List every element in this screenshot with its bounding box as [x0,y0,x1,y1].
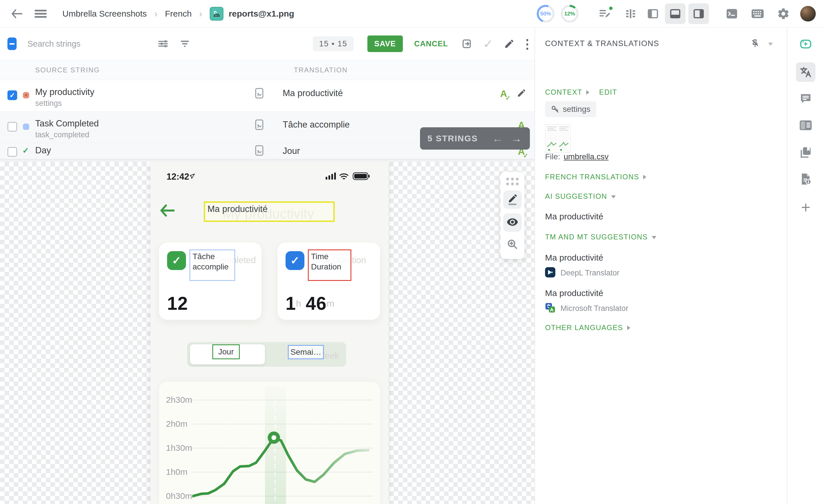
prev-string-icon[interactable]: ← [492,132,504,145]
avatar[interactable] [800,6,816,22]
panel-rail: + [787,27,824,504]
gear-icon[interactable] [774,5,793,23]
select-all-checkbox[interactable] [7,37,17,50]
filter-settings-icon[interactable] [154,35,172,53]
zoom-in-icon[interactable] [504,236,520,252]
breadcrumb-file[interactable]: reports@x1.png [229,9,294,19]
kebab-menu-icon[interactable]: ⋮ [520,35,534,53]
title-annotation-box[interactable]: Ma productivité [204,201,335,222]
save-button[interactable]: SAVE [368,35,403,52]
progress-ring-total[interactable]: 50% [537,5,554,23]
screenshot-attached-icon[interactable] [254,119,265,131]
status-icons [326,172,376,182]
tasks-label-annotation-box[interactable]: Tâche accomplie [189,249,235,281]
screenshot-attached-icon[interactable] [254,145,265,157]
segment-day-annotation-box[interactable]: Jour [212,344,240,359]
edit-pencil-icon[interactable] [501,35,518,53]
segmented-control: Day Jour Week Semai… [187,342,346,367]
source-string[interactable]: Task Completed [35,118,99,129]
unpin-icon[interactable] [748,36,762,51]
strings-count-tooltip: 5 STRINGS ← → [420,127,530,149]
tab-details-icon[interactable] [796,116,815,135]
tab-glossary-icon[interactable] [796,142,815,162]
tasks-card: ✓ Task Completed Tâche accomplie 12 [159,242,262,320]
source-string[interactable]: My productivity [35,87,94,97]
translation-text[interactable]: Jour [283,146,300,156]
menu-icon[interactable] [33,6,48,22]
section-french-translations[interactable]: FRENCH TRANSLATIONS [545,173,646,181]
tm-suggestion-text[interactable]: Ma productivité [545,253,603,263]
row-edit-pencil-icon[interactable] [517,88,526,99]
phone-clock: 12:42 [167,172,189,182]
view-table-icon[interactable] [621,5,640,23]
screenshot-thumbnail[interactable] [545,124,571,153]
breadcrumb-project[interactable]: Umbrella Screenshots [63,9,147,19]
tab-translations-icon[interactable] [796,62,815,82]
tm-provider-row: DeepL Translator [545,267,619,279]
ai-suggestion-text[interactable]: Ma productivité [545,212,603,221]
section-other-languages[interactable]: OTHER LANGUAGES [545,323,630,332]
terminal-icon[interactable] [723,5,741,23]
row-checkbox[interactable]: ✓ [7,90,17,100]
view-panel-bottom-icon[interactable] [665,3,686,24]
drag-handle-icon[interactable] [506,178,519,185]
collapse-chevron-icon[interactable] [764,37,777,50]
next-string-icon[interactable]: → [511,132,522,145]
filter-icon[interactable] [176,35,193,53]
app-root: Umbrella Screenshots › French › reports@… [0,0,824,504]
string-key[interactable]: task_completed [35,130,89,139]
translation-text[interactable]: Ma productivité [283,88,343,98]
chevron-right-icon [627,325,630,330]
tasks-value: 12 [167,293,188,314]
chevron-right-icon: › [154,8,158,19]
view-panel-right-icon[interactable] [688,3,709,24]
ai-assistant-icon[interactable] [796,34,815,54]
string-key[interactable]: settings [35,99,62,108]
source-string[interactable]: Day [35,145,51,156]
key-chip[interactable]: settings [545,101,596,117]
green-check-icon: ✓ [167,251,186,270]
progress-ring-reviewed[interactable]: 12% [561,5,579,23]
back-icon[interactable] [9,6,25,22]
add-panel-icon[interactable]: + [796,197,815,217]
approve-check-icon[interactable]: ✓ [480,35,497,53]
time-label-annotation-box[interactable]: Time Duration [308,249,351,281]
column-translation: TRANSLATION [294,66,348,74]
translation-text[interactable]: Tâche accomplie [283,120,349,130]
screenshot-file-icon [210,7,223,21]
status-badge-unverified [23,123,29,130]
duplicate-icon[interactable] [458,35,476,53]
tab-comments-icon[interactable] [796,89,815,108]
row-checkbox[interactable] [7,122,17,131]
wifi-icon [340,174,348,179]
productivity-line [192,393,370,504]
blue-check-icon: ✓ [286,251,304,270]
y-tick: 2h30m [166,395,192,405]
chevron-right-icon [643,175,646,179]
view-panel-left-icon[interactable] [644,5,662,23]
row-checkbox[interactable] [7,147,17,157]
breadcrumb-language[interactable]: French [165,9,191,19]
time-hours-unit: h [296,298,301,309]
draw-mode-button[interactable] [503,191,522,209]
search-input[interactable] [27,39,147,49]
cancel-button[interactable]: CANCEL [414,39,448,48]
table-row[interactable]: ✓ My productivity settings Ma productivi… [0,80,534,112]
keyboard-shortcuts-icon[interactable] [748,5,767,23]
section-tm-mt[interactable]: TM AND MT SUGGESTIONS [545,233,656,241]
tasks-icon[interactable] [596,5,614,23]
tm-provider-name: Microsoft Translator [560,304,628,313]
screenshot-attached-icon[interactable] [254,88,265,100]
auto-translate-icon[interactable]: A✓ [500,88,507,99]
edit-context-link[interactable]: EDIT [599,88,617,96]
tab-string-info-icon[interactable] [796,169,815,189]
status-badge-fuzzy [23,92,29,98]
section-ai-suggestion[interactable]: AI SUGGESTION [545,192,616,201]
file-link[interactable]: umbrella.csv [563,152,609,161]
tm-suggestion-text[interactable]: Ma productivité [545,288,603,298]
segment-week-annotation-box[interactable]: Semai… [288,345,324,359]
context-tab[interactable]: CONTEXT [545,88,582,96]
time-label-text: Time Duration [311,252,341,271]
preview-eye-button[interactable] [503,213,522,232]
table-header: SOURCE STRING TRANSLATION [0,60,534,80]
